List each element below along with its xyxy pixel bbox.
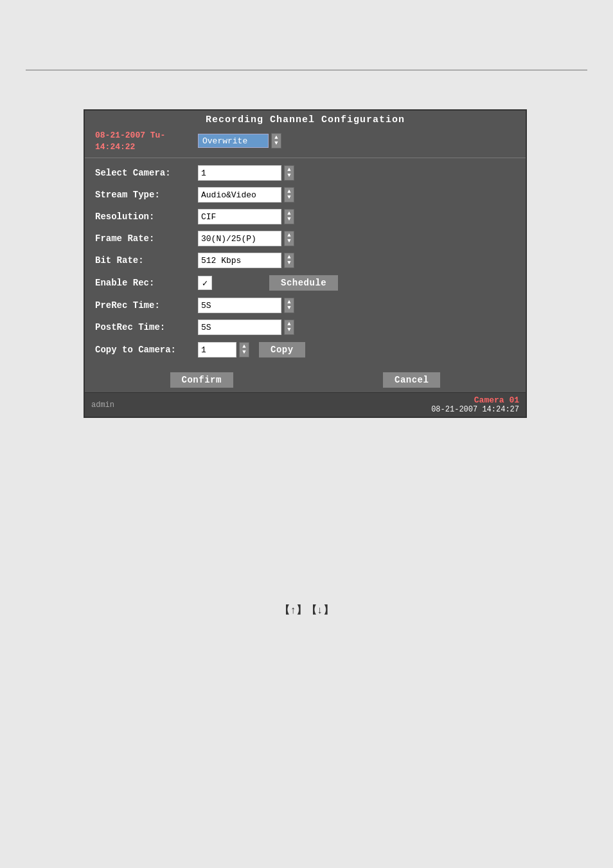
copy-button[interactable]: Copy bbox=[258, 341, 306, 358]
control-prerec-time: 5S ▲ ▼ bbox=[198, 298, 294, 313]
field-row-postrec-time: PostRec Time: 5S ▲ ▼ bbox=[95, 316, 515, 338]
spinner-resolution[interactable]: ▲ ▼ bbox=[284, 209, 294, 224]
field-row-stream-type: Stream Type: Audio&Video ▲ ▼ bbox=[95, 184, 515, 206]
field-row-frame-rate: Frame Rate: 30(N)/25(P) ▲ ▼ bbox=[95, 228, 515, 249]
spinner-select-camera[interactable]: ▲ ▼ bbox=[284, 165, 294, 181]
control-bit-rate: 512 Kbps ▲ ▼ bbox=[198, 253, 294, 268]
spinner-bit-rate[interactable]: ▲ ▼ bbox=[284, 253, 294, 268]
spinner-stream-type[interactable]: ▲ ▼ bbox=[284, 187, 294, 203]
label-stream-type: Stream Type: bbox=[95, 190, 198, 200]
field-row-enable-rec: Enable Rec: ✓ Schedule bbox=[95, 271, 515, 294]
control-frame-rate: 30(N)/25(P) ▲ ▼ bbox=[198, 231, 294, 246]
status-right: Camera 01 08-21-2007 14:24:27 bbox=[431, 395, 519, 414]
field-row-copy-to-camera: Copy to Camera: 1 ▲ ▼ Copy bbox=[95, 338, 515, 361]
value-stream-type[interactable]: Audio&Video bbox=[198, 187, 281, 203]
status-user: admin bbox=[91, 401, 114, 410]
control-postrec-time: 5S ▲ ▼ bbox=[198, 320, 294, 335]
label-select-camera: Select Camera: bbox=[95, 168, 198, 178]
if-hd-full-value[interactable]: Overwrite bbox=[198, 134, 269, 148]
field-row-bit-rate: Bit Rate: 512 Kbps ▲ ▼ bbox=[95, 249, 515, 271]
confirm-button[interactable]: Confirm bbox=[170, 372, 234, 388]
panel-fields: Select Camera: 1 ▲ ▼ Stream Type: Audio&… bbox=[85, 159, 526, 366]
value-prerec-time[interactable]: 5S bbox=[198, 298, 281, 313]
value-copy-to-camera[interactable]: 1 bbox=[198, 342, 236, 357]
camera-label: Camera 01 bbox=[474, 395, 519, 405]
schedule-button[interactable]: Schedule bbox=[269, 275, 339, 291]
status-bar: admin Camera 01 08-21-2007 14:24:27 bbox=[85, 392, 526, 417]
spinner-prerec-time[interactable]: ▲ ▼ bbox=[284, 298, 294, 313]
label-frame-rate: Frame Rate: bbox=[95, 233, 198, 244]
spinner-postrec-time[interactable]: ▲ ▼ bbox=[284, 320, 294, 335]
label-prerec-time: PreRec Time: bbox=[95, 300, 198, 311]
status-datetime: 08-21-2007 14:24:27 bbox=[431, 405, 519, 414]
cancel-button[interactable]: Cancel bbox=[382, 372, 441, 388]
value-bit-rate[interactable]: 512 Kbps bbox=[198, 253, 281, 268]
spinner-copy-to-camera[interactable]: ▲ ▼ bbox=[239, 342, 249, 357]
spinner-frame-rate[interactable]: ▲ ▼ bbox=[284, 231, 294, 246]
control-enable-rec: ✓ Schedule bbox=[198, 275, 339, 291]
panel-title: Recording Channel Configuration bbox=[85, 111, 526, 128]
label-bit-rate: Bit Rate: bbox=[95, 255, 198, 266]
recording-config-panel: Recording Channel Configuration 08-21-20… bbox=[84, 109, 527, 418]
control-stream-type: Audio&Video ▲ ▼ bbox=[198, 187, 294, 203]
if-hd-full-spinner[interactable]: ▲ ▼ bbox=[271, 133, 281, 149]
top-divider bbox=[26, 69, 587, 71]
label-copy-to-camera: Copy to Camera: bbox=[95, 345, 198, 355]
control-select-camera: 1 ▲ ▼ bbox=[198, 165, 294, 181]
field-row-prerec-time: PreRec Time: 5S ▲ ▼ bbox=[95, 294, 515, 316]
control-resolution: CIF ▲ ▼ bbox=[198, 209, 294, 224]
field-row-select-camera: Select Camera: 1 ▲ ▼ bbox=[95, 162, 515, 184]
value-frame-rate[interactable]: 30(N)/25(P) bbox=[198, 231, 281, 246]
nav-hint: 【↑】【↓】 bbox=[0, 604, 613, 617]
if-hd-full-control: Overwrite ▲ ▼ bbox=[198, 133, 281, 149]
checkbox-enable-rec[interactable]: ✓ bbox=[198, 276, 212, 290]
overlay-datetime: 08-21-2007 Tu- 14:24:22 bbox=[95, 131, 165, 152]
value-select-camera[interactable]: 1 bbox=[198, 165, 281, 181]
control-copy-to-camera: 1 ▲ ▼ Copy bbox=[198, 341, 306, 358]
value-resolution[interactable]: CIF bbox=[198, 209, 281, 224]
field-row-resolution: Resolution: CIF ▲ ▼ bbox=[95, 206, 515, 228]
label-resolution: Resolution: bbox=[95, 212, 198, 222]
label-postrec-time: PostRec Time: bbox=[95, 322, 198, 332]
value-postrec-time[interactable]: 5S bbox=[198, 320, 281, 335]
action-row: Confirm Cancel bbox=[85, 366, 526, 392]
label-enable-rec: Enable Rec: bbox=[95, 278, 198, 288]
